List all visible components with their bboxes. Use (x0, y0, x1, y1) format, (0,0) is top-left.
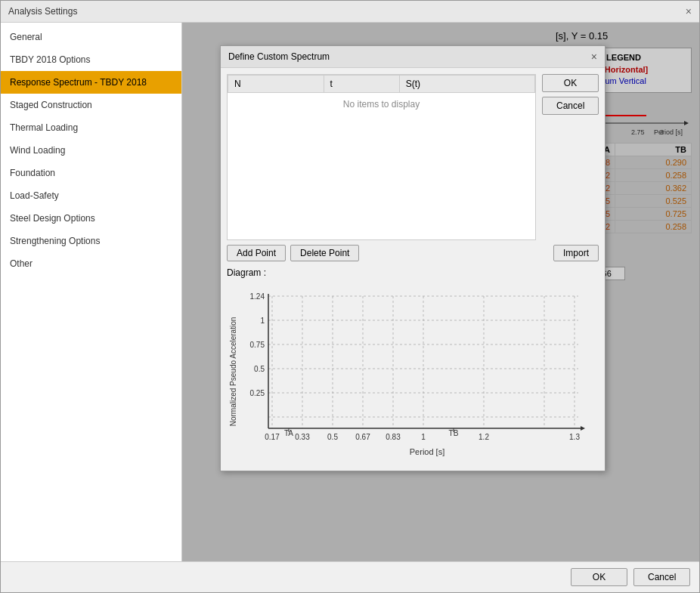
window-close-icon[interactable]: × (686, 5, 692, 17)
spectrum-data-table: N t S(t) No items to display (228, 75, 535, 116)
sidebar-item-steel-design[interactable]: Steel Design Options (1, 207, 181, 230)
svg-text:0.5: 0.5 (327, 433, 338, 441)
dialog-body: N t S(t) No items to display (221, 68, 605, 471)
dialog-ok-button[interactable]: OK (542, 74, 599, 92)
bottom-bar: OK Cancel (1, 561, 699, 592)
diagram-label: Diagram : (227, 267, 599, 278)
sidebar: GeneralTBDY 2018 OptionsResponse Spectru… (1, 23, 182, 561)
svg-marker-23 (581, 426, 585, 431)
sidebar-item-response-spectrum[interactable]: Response Spectrum - TBDY 2018 (1, 71, 181, 94)
svg-text:1.3: 1.3 (569, 433, 580, 441)
svg-text:0.5: 0.5 (254, 365, 265, 373)
dialog-overlay: Define Custom Spectrum × (182, 23, 699, 561)
table-and-actions: N t S(t) No items to display (227, 74, 599, 240)
svg-text:1.24: 1.24 (250, 292, 265, 301)
empty-row: No items to display (228, 93, 535, 116)
dialog-cancel-button[interactable]: Cancel (542, 97, 599, 115)
import-button[interactable]: Import (553, 245, 599, 261)
delete-point-button[interactable]: Delete Point (290, 245, 359, 261)
data-table-container[interactable]: N t S(t) No items to display (227, 74, 536, 240)
window-title: Analysis Settings (8, 6, 77, 17)
table-section: N t S(t) No items to display (227, 74, 536, 240)
spectrum-chart: Normalized Pseudo Acceleration (227, 281, 597, 462)
sidebar-item-strengthening[interactable]: Strengthening Options (1, 230, 181, 252)
col-t-header: t (324, 76, 399, 93)
custom-spectrum-dialog: Define Custom Spectrum × (220, 45, 606, 471)
svg-text:0.17: 0.17 (265, 433, 280, 441)
main-panel: [s], Y = 0.15 LEGEND rum Horizontal] pec… (182, 23, 699, 561)
main-ok-button[interactable]: OK (571, 568, 627, 586)
svg-text:0.83: 0.83 (386, 433, 401, 441)
title-bar: Analysis Settings × (1, 1, 699, 23)
main-window: Analysis Settings × GeneralTBDY 2018 Opt… (0, 0, 700, 593)
dialog-title-bar: Define Custom Spectrum × (221, 46, 605, 68)
sidebar-item-thermal-loading[interactable]: Thermal Loading (1, 116, 181, 139)
sidebar-item-wind-loading[interactable]: Wind Loading (1, 139, 181, 162)
main-cancel-button[interactable]: Cancel (633, 568, 690, 586)
empty-message: No items to display (228, 93, 535, 116)
svg-text:0.67: 0.67 (355, 433, 370, 441)
col-n-header: N (228, 76, 324, 93)
add-point-button[interactable]: Add Point (227, 245, 286, 261)
svg-text:Period [s]: Period [s] (410, 447, 444, 456)
sidebar-item-staged-construction[interactable]: Staged Construction (1, 94, 181, 116)
sidebar-item-foundation[interactable]: Foundation (1, 162, 181, 184)
dialog-close-icon[interactable]: × (591, 51, 597, 63)
col-st-header: S(t) (399, 76, 534, 93)
svg-text:1.2: 1.2 (479, 433, 489, 441)
svg-text:0.33: 0.33 (295, 433, 310, 441)
dialog-actions: OK Cancel (542, 74, 599, 240)
sidebar-item-general[interactable]: General (1, 26, 181, 48)
svg-text:1: 1 (421, 433, 426, 441)
sidebar-item-load-safety[interactable]: Load-Safety (1, 184, 181, 207)
svg-text:1: 1 (260, 317, 265, 325)
sidebar-item-tbdy-2018[interactable]: TBDY 2018 Options (1, 48, 181, 71)
button-row: Add Point Delete Point Import (227, 245, 599, 261)
svg-text:Normalized Pseudo Acceleration: Normalized Pseudo Acceleration (229, 317, 237, 427)
svg-text:0.25: 0.25 (250, 389, 265, 397)
dialog-title: Define Custom Spectrum (228, 51, 330, 62)
sidebar-item-other[interactable]: Other (1, 252, 181, 275)
chart-wrapper: Normalized Pseudo Acceleration (227, 281, 599, 465)
svg-text:0.75: 0.75 (250, 341, 265, 349)
content-area: GeneralTBDY 2018 OptionsResponse Spectru… (1, 23, 699, 561)
